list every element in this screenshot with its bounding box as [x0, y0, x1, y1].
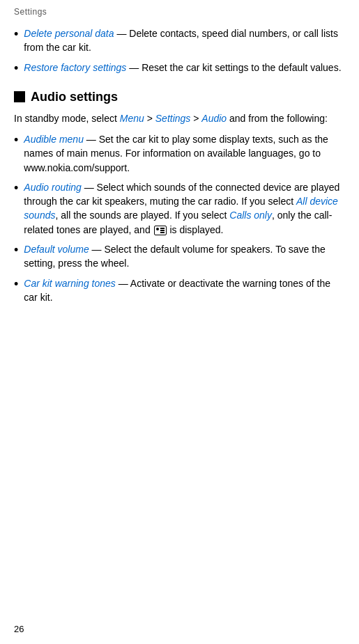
list-item: • Delete personal data — Delete contacts… [14, 26, 345, 55]
bullet-dot: • [14, 59, 18, 77]
bullet-dot: • [14, 179, 18, 197]
item-text4: is displayed. [167, 224, 224, 235]
bullet-dot: • [14, 241, 18, 259]
item-text: Default volume — Select the default volu… [24, 242, 345, 271]
item-text: Audio routing — Select which sounds of t… [24, 180, 345, 237]
list-item: • Default volume — Select the default vo… [14, 242, 345, 271]
section-heading: Audio settings [14, 90, 345, 104]
item-suffix: — Reset the car kit settings to the defa… [126, 62, 341, 73]
section-title: Audio settings [31, 90, 118, 104]
intro-text-prefix: In standby mode, select [14, 113, 120, 124]
audio-settings-list: • Audible menu — Set the car kit to play… [14, 132, 345, 304]
audio-routing-link: Audio routing [24, 182, 82, 193]
section-intro: In standby mode, select Menu > Settings … [14, 111, 345, 125]
audio-link: Audio [201, 113, 227, 124]
bullet-dot: • [14, 275, 18, 293]
heading-square-icon [14, 91, 25, 102]
bullet-dot: • [14, 131, 18, 149]
audible-menu-link: Audible menu [24, 134, 84, 145]
list-item: • Audio routing — Select which sounds of… [14, 180, 345, 237]
page-number: 26 [14, 624, 24, 634]
list-item: • Car kit warning tones — Activate or de… [14, 276, 345, 305]
header-label: Settings [14, 7, 47, 17]
list-item: • Restore factory settings — Reset the c… [14, 61, 345, 77]
radio-icon [154, 226, 167, 235]
car-kit-warning-tones-link: Car kit warning tones [24, 278, 116, 289]
intro-bullet-list: • Delete personal data — Delete contacts… [14, 26, 345, 77]
default-volume-link: Default volume [24, 244, 89, 255]
settings-link: Settings [155, 113, 191, 124]
item-text: Audible menu — Set the car kit to play s… [24, 132, 345, 175]
list-item: • Audible menu — Set the car kit to play… [14, 132, 345, 175]
item-text: Restore factory settings — Reset the car… [24, 61, 341, 74]
item-text: Car kit warning tones — Activate or deac… [24, 276, 345, 305]
restore-factory-link: Restore factory settings [24, 62, 126, 73]
menu-link: Menu [120, 113, 144, 124]
bullet-dot: • [14, 25, 18, 43]
page-header: Settings [0, 0, 359, 21]
item-text2: , all the sounds are played. If you sele… [55, 210, 229, 221]
item-text: Delete personal data — Delete contacts, … [24, 26, 345, 55]
delete-personal-data-link: Delete personal data [24, 28, 114, 39]
calls-only-link: Calls only [229, 210, 272, 221]
